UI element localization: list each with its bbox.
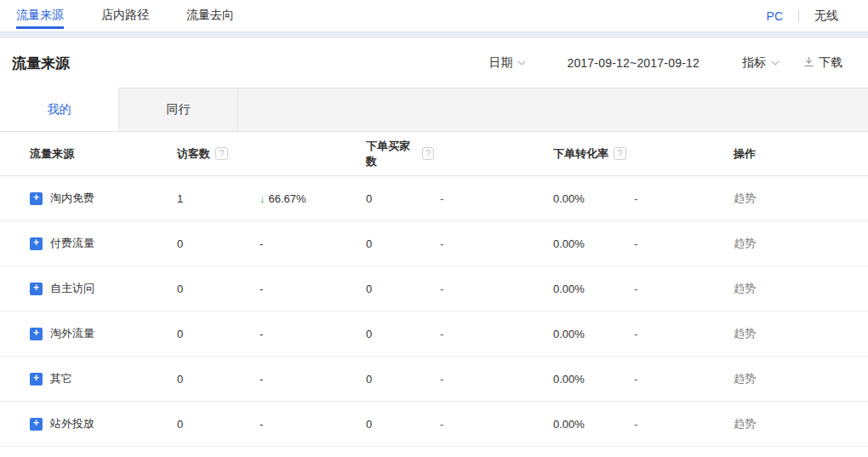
visitors-change: ↓ 66.67% [247, 192, 357, 205]
buyers-change: - [434, 237, 545, 250]
download-label: 下载 [819, 55, 842, 71]
column-header-visitors: 访客数 ? [167, 146, 247, 162]
visitors-change: - [247, 328, 357, 340]
source-name: 站外投放 [50, 416, 94, 431]
visitors-value: 0 [167, 373, 247, 386]
column-header-action: 操作 [722, 146, 868, 162]
table-row: + 其它 0 - 0 - 0.00% - 趋势 [0, 357, 868, 402]
visitors-change-value: 66.67% [269, 192, 306, 205]
metric-dropdown[interactable]: 指标 [742, 55, 779, 71]
column-header-label: 下单买家数 [366, 139, 417, 169]
conversion-value: 0.00% [545, 328, 628, 340]
date-dropdown-label: 日期 [488, 55, 512, 71]
buyers-change: - [434, 283, 545, 295]
expand-plus-icon[interactable]: + [30, 283, 43, 295]
visitors-change: - [247, 237, 357, 250]
expand-plus-icon[interactable]: + [30, 418, 43, 431]
trend-link[interactable]: 趋势 [734, 326, 756, 341]
tab-peers[interactable]: 同行 [119, 88, 238, 132]
visitors-change-value: - [260, 418, 263, 431]
traffic-source-table: 流量来源 访客数 ? 下单买家数 ? 下单转化率 ? 操作 + 淘内免费 1 ↓… [0, 132, 868, 447]
trend-link[interactable]: 趋势 [734, 416, 756, 431]
nav-tab-traffic-source[interactable]: 流量来源 [16, 0, 64, 31]
buyers-change: - [434, 373, 545, 386]
chevron-down-icon [517, 60, 526, 66]
visitors-value: 0 [167, 328, 247, 340]
buyers-change: - [434, 192, 545, 205]
visitors-value: 0 [167, 418, 247, 431]
visitors-value: 0 [167, 237, 247, 250]
buyers-value: 0 [357, 328, 434, 340]
nav-tab-traffic-destination[interactable]: 流量去向 [186, 0, 234, 31]
conversion-change: - [628, 237, 722, 250]
trend-link[interactable]: 趋势 [734, 191, 756, 206]
table-body: + 淘内免费 1 ↓ 66.67% 0 - 0.00% - 趋势 + 付费流量 … [0, 176, 868, 447]
section-divider-strip [0, 31, 868, 38]
arrow-down-icon: ↓ [260, 192, 266, 205]
buyers-change: - [434, 418, 545, 431]
visitors-change-value: - [260, 237, 263, 250]
help-icon[interactable]: ? [215, 147, 228, 160]
column-header-buyers: 下单买家数 ? [357, 139, 434, 169]
page-title: 流量来源 [12, 54, 70, 73]
sub-tabstrip: 我的 同行 [0, 88, 868, 132]
trend-link[interactable]: 趋势 [734, 281, 756, 296]
source-name: 淘内免费 [50, 191, 94, 206]
visitors-change: - [247, 418, 357, 431]
help-icon[interactable]: ? [614, 147, 626, 160]
conversion-value: 0.00% [545, 237, 628, 250]
trend-link[interactable]: 趋势 [734, 236, 756, 251]
date-dropdown[interactable]: 日期 [488, 55, 526, 71]
visitors-value: 1 [167, 192, 247, 205]
download-button[interactable]: 下载 [803, 55, 842, 71]
table-row: + 付费流量 0 - 0 - 0.00% - 趋势 [0, 221, 868, 266]
table-row: + 站外投放 0 - 0 - 0.00% - 趋势 [0, 402, 868, 447]
visitors-change-value: - [260, 283, 263, 295]
conversion-value: 0.00% [545, 418, 628, 431]
visitors-value: 0 [167, 283, 247, 295]
conversion-change: - [628, 192, 722, 205]
buyers-change: - [434, 328, 545, 340]
table-row: + 自主访问 0 - 0 - 0.00% - 趋势 [0, 266, 868, 311]
buyers-value: 0 [357, 283, 434, 295]
help-icon[interactable]: ? [422, 147, 434, 160]
column-header-label: 访客数 [177, 146, 210, 162]
chevron-down-icon [771, 60, 779, 66]
panel-header: 流量来源 日期 2017-09-12~2017-09-12 指标 下载 [0, 38, 868, 88]
conversion-value: 0.00% [545, 283, 628, 295]
conversion-change: - [628, 283, 722, 295]
conversion-value: 0.00% [545, 192, 628, 205]
visitors-change: - [247, 373, 357, 386]
buyers-value: 0 [357, 192, 434, 205]
device-pc-link[interactable]: PC [767, 9, 783, 23]
conversion-change: - [628, 373, 722, 386]
divider [798, 10, 799, 22]
tab-mine[interactable]: 我的 [0, 88, 119, 132]
source-name: 自主访问 [50, 281, 94, 296]
buyers-value: 0 [357, 237, 434, 250]
top-nav: 流量来源 店内路径 流量去向 PC 无线 [0, 0, 868, 31]
expand-plus-icon[interactable]: + [30, 373, 43, 386]
buyers-value: 0 [357, 418, 434, 431]
device-wireless-link[interactable]: 无线 [814, 9, 838, 24]
buyers-value: 0 [357, 373, 434, 386]
column-header-conversion: 下单转化率 ? [545, 146, 628, 162]
conversion-change: - [628, 418, 722, 431]
conversion-change: - [628, 328, 722, 340]
visitors-change-value: - [260, 373, 263, 386]
date-range-value[interactable]: 2017-09-12~2017-09-12 [567, 56, 700, 70]
source-name: 付费流量 [50, 236, 94, 251]
table-row: + 淘外流量 0 - 0 - 0.00% - 趋势 [0, 311, 868, 357]
metric-dropdown-label: 指标 [742, 55, 766, 71]
expand-plus-icon[interactable]: + [30, 192, 43, 205]
source-name: 其它 [50, 371, 72, 386]
trend-link[interactable]: 趋势 [734, 371, 756, 386]
nav-tab-instore-path[interactable]: 店内路径 [101, 0, 149, 31]
visitors-change: - [247, 283, 357, 295]
expand-plus-icon[interactable]: + [30, 237, 43, 250]
source-name: 淘外流量 [50, 326, 94, 341]
column-header-label: 下单转化率 [553, 146, 608, 162]
tabstrip-filler [238, 88, 868, 132]
download-icon [803, 56, 814, 70]
expand-plus-icon[interactable]: + [30, 328, 43, 340]
